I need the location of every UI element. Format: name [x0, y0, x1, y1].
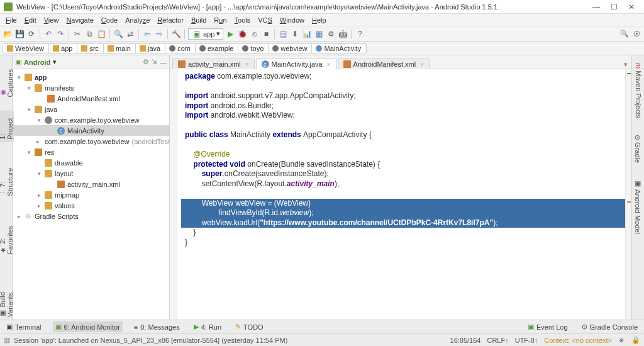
menu-edit[interactable]: Edit	[21, 15, 40, 25]
avd-icon[interactable]: ▤	[278, 29, 288, 39]
debug-icon[interactable]: 🐞	[237, 29, 247, 39]
search-everywhere-icon[interactable]: 🔍	[619, 29, 630, 39]
tree-pkg1[interactable]: ▾com.example.toyo.webview	[13, 114, 169, 125]
project-tree[interactable]: ▾app ▾manifests AndroidManifest.xml ▾jav…	[13, 69, 169, 320]
copy-icon[interactable]: ⧉	[84, 29, 94, 39]
menu-build[interactable]: Build	[188, 15, 209, 25]
project-view-selector[interactable]: Android	[24, 59, 50, 66]
tree-pkg2[interactable]: ▸com.example.toyo.webview (androidTest)	[13, 136, 169, 147]
crumb-example[interactable]: example	[195, 43, 240, 53]
minimize-button[interactable]: —	[587, 3, 605, 11]
monitor-icon[interactable]: 📊	[302, 29, 312, 39]
tab-structure[interactable]: ⋮ 7: Structure	[0, 153, 14, 199]
save-icon[interactable]: 💾	[14, 29, 25, 39]
crumb-src[interactable]: src	[77, 43, 104, 53]
redo-icon[interactable]: ↷	[55, 29, 65, 39]
crumb-project[interactable]: WebView	[3, 43, 50, 53]
menu-view[interactable]: View	[41, 15, 62, 25]
find-icon[interactable]: 🔍	[113, 29, 123, 39]
tree-app[interactable]: ▾app	[13, 72, 169, 82]
android-icon2[interactable]: 🤖	[338, 29, 348, 39]
status-context[interactable]: Context: <no context>	[544, 337, 612, 344]
tab-event-log[interactable]: ▣Event Log	[525, 321, 570, 332]
run-config-combo[interactable]: ▣ app ▾	[188, 28, 223, 40]
tab-gradle-console[interactable]: ⊙Gradle Console	[579, 321, 640, 332]
lock-icon[interactable]: 🔒	[631, 336, 640, 344]
cut-icon[interactable]: ✂	[72, 29, 82, 39]
undo-icon[interactable]: ↶	[43, 29, 53, 39]
crumb-mainactivity[interactable]: MainActivity	[311, 43, 367, 53]
menu-run[interactable]: Run	[211, 15, 230, 25]
menu-help[interactable]: Help	[309, 15, 330, 25]
menu-window[interactable]: Window	[277, 15, 308, 25]
crumb-webview[interactable]: webview	[268, 43, 313, 53]
tree-mipmap[interactable]: ▸mipmap	[13, 189, 169, 200]
open-icon[interactable]: 📂	[3, 29, 13, 39]
tab-messages[interactable]: ≡0: Messages	[131, 322, 182, 332]
tree-manifests[interactable]: ▾manifests	[13, 82, 169, 93]
menu-refactor[interactable]: Refactor	[154, 15, 187, 25]
make-icon[interactable]: 🔨	[171, 29, 181, 39]
crumb-toyo[interactable]: toyo	[238, 43, 269, 53]
menu-navigate[interactable]: Navigate	[63, 15, 96, 25]
tree-java[interactable]: ▾java	[13, 104, 169, 114]
menu-file[interactable]: File	[3, 15, 20, 25]
paste-icon[interactable]: 📋	[96, 29, 106, 39]
tab-todo[interactable]: ✎TODO	[233, 321, 266, 332]
collapse-icon[interactable]: ⇲	[152, 58, 157, 66]
close-button[interactable]: ✕	[623, 3, 640, 11]
tab-favorites[interactable]: ★ 2: Favorites	[0, 210, 14, 257]
crumb-app[interactable]: app	[48, 43, 78, 53]
chevron-down-icon[interactable]: ▾	[620, 60, 631, 69]
tab-build-variants[interactable]: ▣ Build Variants	[0, 268, 14, 320]
status-line-separator[interactable]: CRLF↑	[487, 337, 508, 344]
hide-icon[interactable]: —	[160, 59, 167, 66]
tree-res[interactable]: ▾res	[13, 147, 169, 157]
settings-icon[interactable]: ⚙	[326, 29, 336, 39]
tab-maven[interactable]: m Maven Projects	[635, 60, 642, 121]
menu-code[interactable]: Code	[98, 15, 121, 25]
sdk-icon[interactable]: ⬇	[290, 29, 300, 39]
replace-icon[interactable]: ⇄	[125, 29, 135, 39]
tree-manifest-file[interactable]: AndroidManifest.xml	[13, 93, 169, 104]
status-inspections-icon[interactable]: ⛯	[618, 337, 625, 344]
crumb-main[interactable]: main	[103, 43, 136, 53]
tab-android-model[interactable]: ▣ Android Model	[634, 177, 642, 237]
prefs-icon[interactable]: ⦿	[631, 29, 641, 39]
maximize-button[interactable]: ☐	[605, 3, 623, 11]
editor-tab-activity-main[interactable]: activity_main.xml×	[172, 59, 255, 69]
tree-main-activity[interactable]: cMainActivity	[13, 125, 169, 136]
tab-project[interactable]: 1: Project	[0, 111, 14, 142]
tab-gradle[interactable]: ⊙ Gradle	[634, 132, 642, 165]
back-icon[interactable]: ⇦	[142, 29, 152, 39]
tab-captures[interactable]: ◉ Captures	[0, 60, 14, 99]
tab-terminal[interactable]: ▣Terminal	[4, 321, 44, 332]
editor-tab-main-activity[interactable]: cMainActivity.java×	[256, 59, 336, 69]
stop-icon[interactable]: ■	[261, 29, 271, 39]
tree-drawable[interactable]: drawable	[13, 157, 169, 168]
tree-layout[interactable]: ▾layout	[13, 168, 169, 179]
status-gutter-icon[interactable]: ▥	[4, 336, 10, 344]
tree-values[interactable]: ▸values	[13, 200, 169, 211]
help-icon[interactable]: ?	[355, 29, 365, 39]
layout-icon[interactable]: ▦	[314, 29, 324, 39]
tree-activity-main[interactable]: activity_main.xml	[13, 179, 169, 189]
crumb-java[interactable]: java	[135, 43, 166, 53]
status-encoding[interactable]: UTF-8↑	[515, 337, 538, 344]
close-tab-icon[interactable]: ×	[420, 61, 424, 68]
tab-android-monitor[interactable]: ▣6: Android Monitor	[53, 321, 123, 332]
menu-tools[interactable]: Tools	[231, 15, 254, 25]
crumb-com[interactable]: com	[165, 43, 196, 53]
tree-gradle-scripts[interactable]: ▸⊙Gradle Scripts	[13, 211, 169, 221]
tab-run[interactable]: ▶4: Run	[191, 321, 224, 332]
settings-icon[interactable]: ⚙	[143, 58, 149, 66]
menu-analyze[interactable]: Analyze	[122, 15, 153, 25]
attach-icon[interactable]: ⎋	[249, 29, 259, 39]
close-tab-icon[interactable]: ×	[327, 61, 331, 68]
code-editor[interactable]: package com.example.toyo.webview; import…	[170, 69, 631, 320]
run-icon[interactable]: ▶	[225, 29, 235, 39]
menu-vcs[interactable]: VCS	[255, 15, 275, 25]
status-position[interactable]: 16:85/164	[450, 337, 481, 344]
editor-tab-manifest[interactable]: AndroidManifest.xml×	[338, 59, 430, 69]
forward-icon[interactable]: ⇨	[154, 29, 164, 39]
